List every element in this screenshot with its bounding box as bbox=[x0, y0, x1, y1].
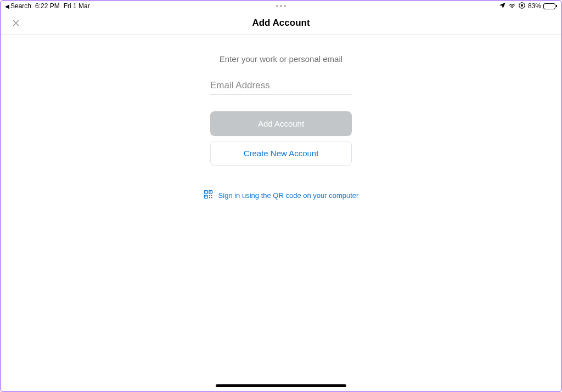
page-title: Add Account bbox=[252, 18, 310, 29]
email-field-wrapper bbox=[210, 77, 352, 95]
status-date: Fri 1 Mar bbox=[64, 2, 90, 10]
svg-rect-8 bbox=[205, 196, 206, 197]
dot-icon bbox=[284, 5, 286, 7]
multitask-dots[interactable] bbox=[276, 5, 286, 7]
status-right: 83% bbox=[498, 2, 557, 11]
location-icon bbox=[498, 2, 506, 11]
home-indicator[interactable] bbox=[216, 384, 346, 387]
back-label: Search bbox=[10, 2, 31, 10]
close-button[interactable] bbox=[10, 18, 21, 29]
battery-percent: 83% bbox=[528, 2, 541, 10]
dot-icon bbox=[276, 5, 278, 7]
svg-rect-7 bbox=[210, 192, 211, 192]
close-icon bbox=[12, 19, 20, 27]
status-bar: ◀ Search 6:22 PM Fri 1 Mar 83% bbox=[1, 1, 561, 12]
wifi-icon bbox=[508, 2, 516, 11]
add-account-button[interactable]: Add Account bbox=[210, 111, 352, 136]
qr-link-text: Sign in using the QR code on your comput… bbox=[218, 191, 359, 200]
subtitle: Enter your work or personal email bbox=[220, 54, 342, 64]
dot-icon bbox=[280, 5, 282, 7]
nav-bar: Add Account bbox=[1, 12, 561, 35]
back-arrow-icon: ◀ bbox=[5, 3, 9, 9]
rotation-lock-icon bbox=[518, 2, 526, 11]
battery-icon bbox=[543, 3, 557, 9]
back-to-search[interactable]: ◀ Search bbox=[5, 2, 31, 10]
account-form: Add Account Create New Account bbox=[210, 77, 352, 166]
qr-signin-link[interactable]: Sign in using the QR code on your comput… bbox=[204, 190, 359, 201]
qr-code-icon bbox=[204, 190, 213, 201]
status-left: ◀ Search 6:22 PM Fri 1 Mar bbox=[5, 2, 90, 10]
email-input[interactable] bbox=[210, 77, 352, 95]
main-content: Enter your work or personal email Add Ac… bbox=[1, 35, 561, 201]
status-time: 6:22 PM bbox=[35, 2, 60, 10]
create-account-button[interactable]: Create New Account bbox=[210, 141, 352, 166]
svg-rect-6 bbox=[205, 192, 206, 192]
